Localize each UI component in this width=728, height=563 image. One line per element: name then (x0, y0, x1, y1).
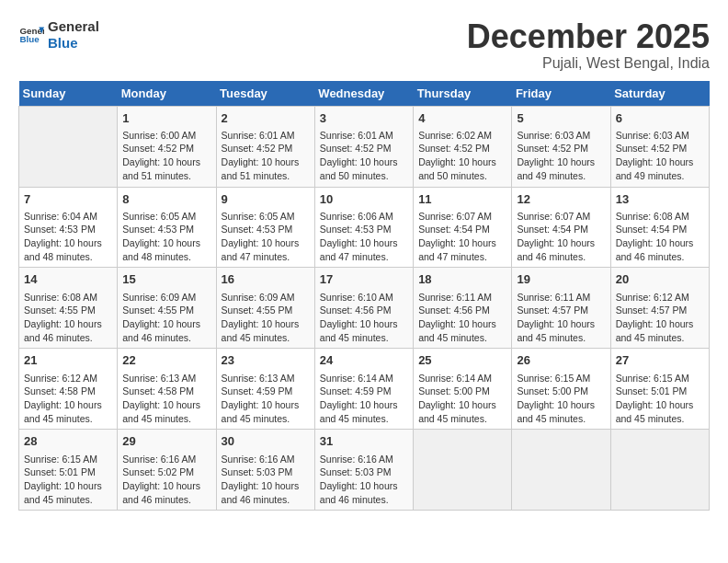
month-title: December 2025 (467, 18, 710, 55)
header-cell-thursday: Thursday (414, 81, 512, 107)
day-number: 9 (222, 191, 310, 208)
calendar-cell: 26Sunrise: 6:15 AMSunset: 5:00 PMDayligh… (512, 349, 610, 430)
week-row-2: 7Sunrise: 6:04 AMSunset: 4:53 PMDaylight… (19, 187, 710, 268)
day-info: Sunrise: 6:05 AMSunset: 4:53 PMDaylight:… (122, 210, 210, 264)
calendar-cell: 22Sunrise: 6:13 AMSunset: 4:58 PMDayligh… (118, 349, 216, 430)
calendar-cell: 12Sunrise: 6:07 AMSunset: 4:54 PMDayligh… (512, 187, 610, 268)
day-number: 4 (418, 110, 506, 127)
day-info: Sunrise: 6:04 AMSunset: 4:53 PMDaylight:… (24, 210, 112, 264)
calendar-cell: 9Sunrise: 6:05 AMSunset: 4:53 PMDaylight… (216, 187, 314, 268)
day-info: Sunrise: 6:02 AMSunset: 4:52 PMDaylight:… (418, 129, 506, 183)
day-number: 22 (122, 352, 210, 369)
calendar-cell: 31Sunrise: 6:16 AMSunset: 5:03 PMDayligh… (314, 430, 413, 511)
day-number: 13 (616, 191, 704, 208)
day-info: Sunrise: 6:14 AMSunset: 5:00 PMDaylight:… (418, 372, 506, 426)
calendar-cell: 27Sunrise: 6:15 AMSunset: 5:01 PMDayligh… (610, 349, 709, 430)
day-number: 31 (320, 433, 408, 450)
calendar-cell: 24Sunrise: 6:14 AMSunset: 4:59 PMDayligh… (314, 349, 413, 430)
location-subtitle: Pujali, West Bengal, India (467, 55, 710, 72)
calendar-cell: 18Sunrise: 6:11 AMSunset: 4:56 PMDayligh… (414, 268, 512, 349)
day-info: Sunrise: 6:09 AMSunset: 4:55 PMDaylight:… (122, 291, 210, 345)
week-row-5: 28Sunrise: 6:15 AMSunset: 5:01 PMDayligh… (19, 430, 710, 511)
header-cell-sunday: Sunday (19, 81, 118, 107)
day-number: 29 (122, 433, 210, 450)
header-cell-friday: Friday (512, 81, 610, 107)
week-row-3: 14Sunrise: 6:08 AMSunset: 4:55 PMDayligh… (19, 268, 710, 349)
calendar-cell: 14Sunrise: 6:08 AMSunset: 4:55 PMDayligh… (19, 268, 118, 349)
calendar-cell: 10Sunrise: 6:06 AMSunset: 4:53 PMDayligh… (314, 187, 413, 268)
calendar-body: 1Sunrise: 6:00 AMSunset: 4:52 PMDaylight… (19, 106, 710, 511)
day-number: 11 (418, 191, 506, 208)
calendar-cell (610, 430, 709, 511)
day-info: Sunrise: 6:12 AMSunset: 4:58 PMDaylight:… (24, 372, 112, 426)
header-cell-monday: Monday (118, 81, 216, 107)
calendar-cell: 21Sunrise: 6:12 AMSunset: 4:58 PMDayligh… (19, 349, 118, 430)
day-info: Sunrise: 6:08 AMSunset: 4:55 PMDaylight:… (24, 291, 112, 345)
day-number: 6 (616, 110, 704, 127)
day-number: 18 (418, 271, 506, 288)
day-info: Sunrise: 6:06 AMSunset: 4:53 PMDaylight:… (320, 210, 408, 264)
day-info: Sunrise: 6:14 AMSunset: 4:59 PMDaylight:… (320, 372, 408, 426)
day-info: Sunrise: 6:15 AMSunset: 5:01 PMDaylight:… (24, 453, 112, 507)
day-info: Sunrise: 6:03 AMSunset: 4:52 PMDaylight:… (616, 129, 704, 183)
calendar-cell: 4Sunrise: 6:02 AMSunset: 4:52 PMDaylight… (414, 106, 512, 187)
day-info: Sunrise: 6:13 AMSunset: 4:59 PMDaylight:… (222, 372, 310, 426)
calendar-cell (512, 430, 610, 511)
calendar-cell: 25Sunrise: 6:14 AMSunset: 5:00 PMDayligh… (414, 349, 512, 430)
calendar-cell: 8Sunrise: 6:05 AMSunset: 4:53 PMDaylight… (118, 187, 216, 268)
day-number: 30 (222, 433, 310, 450)
day-info: Sunrise: 6:00 AMSunset: 4:52 PMDaylight:… (122, 129, 210, 183)
calendar-cell: 6Sunrise: 6:03 AMSunset: 4:52 PMDaylight… (610, 106, 709, 187)
header-cell-saturday: Saturday (610, 81, 709, 107)
calendar-cell: 15Sunrise: 6:09 AMSunset: 4:55 PMDayligh… (118, 268, 216, 349)
day-info: Sunrise: 6:07 AMSunset: 4:54 PMDaylight:… (517, 210, 605, 264)
day-info: Sunrise: 6:09 AMSunset: 4:55 PMDaylight:… (222, 291, 310, 345)
header-row: SundayMondayTuesdayWednesdayThursdayFrid… (19, 81, 710, 107)
day-number: 27 (616, 352, 704, 369)
calendar-cell: 19Sunrise: 6:11 AMSunset: 4:57 PMDayligh… (512, 268, 610, 349)
day-number: 24 (320, 352, 408, 369)
day-info: Sunrise: 6:11 AMSunset: 4:57 PMDaylight:… (517, 291, 605, 345)
calendar-cell: 23Sunrise: 6:13 AMSunset: 4:59 PMDayligh… (216, 349, 314, 430)
title-block: December 2025 Pujali, West Bengal, India (467, 18, 710, 72)
day-info: Sunrise: 6:07 AMSunset: 4:54 PMDaylight:… (418, 210, 506, 264)
day-info: Sunrise: 6:11 AMSunset: 4:56 PMDaylight:… (418, 291, 506, 345)
calendar-cell: 1Sunrise: 6:00 AMSunset: 4:52 PMDaylight… (118, 106, 216, 187)
calendar-cell: 20Sunrise: 6:12 AMSunset: 4:57 PMDayligh… (610, 268, 709, 349)
day-info: Sunrise: 6:16 AMSunset: 5:03 PMDaylight:… (320, 453, 408, 507)
day-number: 23 (222, 352, 310, 369)
day-number: 25 (418, 352, 506, 369)
day-number: 14 (24, 271, 112, 288)
day-info: Sunrise: 6:12 AMSunset: 4:57 PMDaylight:… (616, 291, 704, 345)
day-info: Sunrise: 6:01 AMSunset: 4:52 PMDaylight:… (222, 129, 310, 183)
day-info: Sunrise: 6:01 AMSunset: 4:52 PMDaylight:… (320, 129, 408, 183)
calendar-table: SundayMondayTuesdayWednesdayThursdayFrid… (18, 81, 710, 511)
day-number: 12 (517, 191, 605, 208)
day-info: Sunrise: 6:05 AMSunset: 4:53 PMDaylight:… (222, 210, 310, 264)
day-number: 5 (517, 110, 605, 127)
calendar-cell: 28Sunrise: 6:15 AMSunset: 5:01 PMDayligh… (19, 430, 118, 511)
calendar-header: SundayMondayTuesdayWednesdayThursdayFrid… (19, 81, 710, 107)
logo-icon: General Blue (18, 22, 44, 48)
day-number: 15 (122, 271, 210, 288)
day-info: Sunrise: 6:15 AMSunset: 5:00 PMDaylight:… (517, 372, 605, 426)
day-number: 17 (320, 271, 408, 288)
day-info: Sunrise: 6:08 AMSunset: 4:54 PMDaylight:… (616, 210, 704, 264)
calendar-cell: 3Sunrise: 6:01 AMSunset: 4:52 PMDaylight… (314, 106, 413, 187)
day-number: 19 (517, 271, 605, 288)
svg-text:Blue: Blue (19, 34, 40, 44)
day-number: 28 (24, 433, 112, 450)
day-number: 16 (222, 271, 310, 288)
calendar-cell: 29Sunrise: 6:16 AMSunset: 5:02 PMDayligh… (118, 430, 216, 511)
day-number: 26 (517, 352, 605, 369)
calendar-cell: 5Sunrise: 6:03 AMSunset: 4:52 PMDaylight… (512, 106, 610, 187)
day-number: 7 (24, 191, 112, 208)
day-number: 21 (24, 352, 112, 369)
day-number: 3 (320, 110, 408, 127)
calendar-cell: 7Sunrise: 6:04 AMSunset: 4:53 PMDaylight… (19, 187, 118, 268)
calendar-cell: 30Sunrise: 6:16 AMSunset: 5:03 PMDayligh… (216, 430, 314, 511)
day-number: 8 (122, 191, 210, 208)
day-info: Sunrise: 6:03 AMSunset: 4:52 PMDaylight:… (517, 129, 605, 183)
day-info: Sunrise: 6:13 AMSunset: 4:58 PMDaylight:… (122, 372, 210, 426)
week-row-4: 21Sunrise: 6:12 AMSunset: 4:58 PMDayligh… (19, 349, 710, 430)
